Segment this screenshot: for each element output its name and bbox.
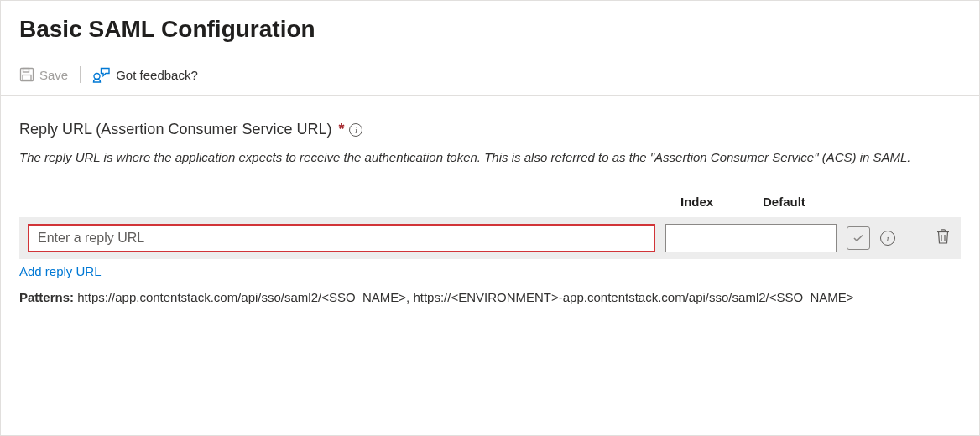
reply-url-input[interactable] [28, 224, 655, 252]
feedback-label: Got feedback? [116, 68, 198, 82]
save-label: Save [39, 68, 68, 82]
reply-url-description: The reply URL is where the application e… [19, 148, 961, 168]
page-title: Basic SAML Configuration [1, 1, 979, 46]
index-input[interactable] [665, 224, 837, 252]
svg-rect-2 [23, 75, 31, 80]
index-header: Index [680, 195, 763, 209]
reply-url-section: Reply URL (Assertion Consumer Service UR… [1, 96, 979, 176]
info-icon[interactable]: i [349, 123, 362, 137]
toolbar: Save Got feedback? [1, 46, 979, 96]
feedback-button[interactable]: Got feedback? [92, 66, 198, 83]
patterns-label: Patterns: [19, 290, 74, 304]
default-checkbox[interactable] [847, 226, 870, 250]
patterns-value: https://app.contentstack.com/api/sso/sam… [77, 290, 853, 304]
table-headers: Index Default [19, 195, 961, 217]
reply-url-label-text: Reply URL (Assertion Consumer Service UR… [19, 121, 331, 138]
check-icon [852, 231, 865, 245]
svg-rect-1 [23, 69, 29, 73]
save-icon [19, 67, 34, 82]
toolbar-divider [80, 66, 81, 83]
patterns-text: Patterns: https://app.contentstack.com/a… [19, 288, 961, 307]
svg-point-3 [94, 74, 100, 80]
required-indicator: * [338, 121, 344, 138]
delete-button[interactable] [934, 226, 952, 249]
trash-icon [936, 228, 951, 245]
default-header: Default [763, 195, 847, 209]
feedback-icon [92, 66, 111, 83]
info-icon[interactable]: i [880, 231, 895, 246]
reply-url-label: Reply URL (Assertion Consumer Service UR… [19, 121, 961, 138]
reply-url-table: Index Default i Add reply URL [1, 195, 979, 307]
add-reply-url-link[interactable]: Add reply URL [19, 262, 102, 280]
basic-saml-config-panel: Basic SAML Configuration Save Got [0, 0, 980, 436]
save-button[interactable]: Save [19, 67, 68, 82]
table-row: i [19, 217, 961, 259]
